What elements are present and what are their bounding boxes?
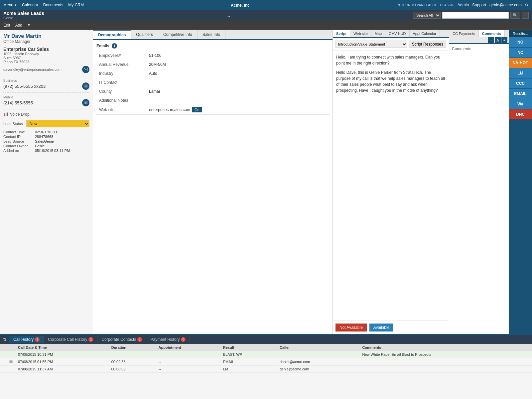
corp-contacts-label: Corporate Contacts xyxy=(101,337,136,342)
toolbar-dropdown[interactable]: ▼ xyxy=(27,23,31,27)
lead-source-row: Lead Source SalesGenie xyxy=(3,139,89,143)
payment-history-badge: 0 xyxy=(181,337,186,342)
result-no-button[interactable]: NO xyxy=(509,37,532,48)
row-caller xyxy=(277,351,359,358)
mobile-phone-section: Mobile (214) 555-5555 ☏ xyxy=(3,95,89,106)
email-row: daveridley@enterprisecarsales.com xyxy=(3,66,89,73)
admin-link[interactable]: Admin xyxy=(458,3,469,7)
script-para1: Hello, I am trying to connect with sales… xyxy=(336,54,446,66)
industry-label: Industry xyxy=(96,69,146,78)
bottom-tab-payment-history[interactable]: Payment History 0 xyxy=(146,336,190,343)
bottom-tab-corp-call-history[interactable]: Corporate Call History 2 xyxy=(44,336,97,343)
bottom-tab-corp-contacts[interactable]: Corporate Contacts 1 xyxy=(97,336,146,343)
script-tab-apptcalendar[interactable]: Appt Calendar xyxy=(410,30,440,37)
payment-history-label: Payment History xyxy=(150,337,180,342)
script-tab-map[interactable]: Map xyxy=(371,30,385,37)
col-caller: Caller xyxy=(277,344,359,351)
demo-row-county: County Lamar xyxy=(96,87,329,96)
search-plus-button[interactable]: + xyxy=(522,12,529,19)
tab-demographics[interactable]: Demographics xyxy=(93,30,131,39)
support-link[interactable]: Support xyxy=(472,3,486,7)
user-icon: ⚙ xyxy=(525,3,529,7)
row-appointment: -- xyxy=(156,366,220,373)
row-result: BLAST: WP xyxy=(220,351,277,358)
script-dropdown[interactable]: Introduction/Value Statement xyxy=(335,41,407,48)
tab-competitive-info[interactable]: Competitive Info xyxy=(158,30,198,39)
result-lm-button[interactable]: LM xyxy=(509,68,532,78)
lead-source-value: SalesGenie xyxy=(35,139,54,143)
comments-minus-button[interactable]: - xyxy=(488,37,494,43)
mobile-phone-row: (214) 555-5555 ☏ xyxy=(3,99,89,106)
edit-button[interactable]: Edit xyxy=(3,23,10,28)
contact-id-row: Contact ID 288478668 xyxy=(3,135,89,139)
result-nahot-button[interactable]: NA-HOT xyxy=(509,58,532,68)
not-available-button[interactable]: Not Available xyxy=(335,324,367,332)
address-line1: 1005 Lincoln Parkway xyxy=(3,52,89,56)
business-phone-row: (972) 555-5555 xx203 ☏ xyxy=(3,82,89,90)
bottom-toggle-button[interactable]: ⇅ xyxy=(0,337,9,342)
mobile-phone: (214) 555-5555 xyxy=(3,100,33,105)
tab-cc-payments[interactable]: CC Payments xyxy=(449,30,479,37)
corp-contacts-badge: 1 xyxy=(137,337,142,342)
website-go-button[interactable]: Go xyxy=(192,107,202,112)
collapse-icon[interactable]: ⌄ xyxy=(226,12,231,19)
available-button[interactable]: Available xyxy=(369,324,393,332)
search-scope-dropdown[interactable]: Search All xyxy=(413,12,441,19)
script-responses-button[interactable]: Script Responses xyxy=(409,41,446,48)
voice-drop[interactable]: 📢 Voice Drop › xyxy=(3,112,89,117)
tab-sales-info[interactable]: Sales Info xyxy=(198,30,225,39)
row-result: EMAIL xyxy=(220,358,277,366)
script-tabs: Script Web site Map CMV HUD Appt Calenda… xyxy=(333,30,449,38)
return-classic-link[interactable]: RETURN TO VANILLASOFT CLASSIC xyxy=(397,3,454,7)
app-title: Acme Sales Leads xyxy=(3,11,44,16)
tab-comments[interactable]: Comments xyxy=(479,30,505,37)
lead-status-label: Lead Status xyxy=(3,122,23,126)
documents-link[interactable]: Documents xyxy=(43,3,64,7)
row-caller: genie@acme.com xyxy=(277,366,359,373)
contact-owner-value: Genie xyxy=(35,144,45,148)
menu-arrow: ▼ xyxy=(14,4,17,7)
search-area: Search All 🔍 + xyxy=(413,12,529,19)
company-name: Enterprise Car Sales xyxy=(3,47,89,52)
business-phone-section: Business (972) 555-5555 xx203 ☏ xyxy=(3,79,89,90)
lead-source-label: Lead Source xyxy=(3,139,33,143)
tab-qualifiers[interactable]: Qualifiers xyxy=(131,30,158,39)
row-appointment: -- xyxy=(156,351,220,358)
add-button[interactable]: Add xyxy=(15,23,22,28)
mobile-label: Mobile xyxy=(3,95,89,99)
lead-status-select[interactable]: New xyxy=(26,120,89,127)
result-email-button[interactable]: EMAIL xyxy=(509,89,532,99)
comments-text: Comments xyxy=(452,47,471,51)
script-tab-cmvhud[interactable]: CMV HUD xyxy=(385,30,409,37)
result-nc-button[interactable]: NC xyxy=(509,48,532,58)
results-header[interactable]: Results... xyxy=(509,30,532,37)
comments-plus-button[interactable]: + xyxy=(501,37,507,43)
result-dnc-button[interactable]: DNC xyxy=(509,109,532,120)
comments-body: Comments xyxy=(449,44,509,334)
row-datetime: 07/08/2015 11:37 AM xyxy=(15,366,109,373)
result-w-button[interactable]: W# xyxy=(509,99,532,109)
demo-row-employees: Employees# 51-100 xyxy=(96,51,329,60)
app-title-area: Acme Sales Leads Genie xyxy=(3,11,44,20)
menu-dropdown[interactable]: Menu ▼ xyxy=(3,3,17,7)
script-tab-website[interactable]: Web site xyxy=(350,30,371,37)
calendar-link[interactable]: Calendar xyxy=(22,3,38,7)
comments-a-button[interactable]: A xyxy=(495,37,501,43)
email-button[interactable] xyxy=(82,66,89,73)
voicedrop-icon: 📢 xyxy=(3,112,8,117)
business-call-button[interactable]: ☏ xyxy=(82,82,89,90)
search-button[interactable]: 🔍 xyxy=(510,12,520,19)
bottom-tab-call-history[interactable]: Call History 3 xyxy=(9,336,44,343)
county-value: Lamar xyxy=(146,87,329,96)
menu-label[interactable]: Menu xyxy=(3,3,13,7)
result-ccc-button[interactable]: CCC xyxy=(509,78,532,89)
mobile-call-button[interactable]: ☏ xyxy=(82,99,89,106)
row-icon2 xyxy=(7,351,15,358)
it-contact-value xyxy=(146,78,329,87)
script-tab-script[interactable]: Script xyxy=(333,30,350,37)
mycrm-link[interactable]: My CRM xyxy=(68,3,84,7)
script-panel: Script Web site Map CMV HUD Appt Calenda… xyxy=(332,30,449,334)
call-history-label: Call History xyxy=(13,337,34,342)
search-input[interactable] xyxy=(442,12,509,19)
added-on-row: Added on 05/19/2015 03:11 PM xyxy=(3,149,89,153)
